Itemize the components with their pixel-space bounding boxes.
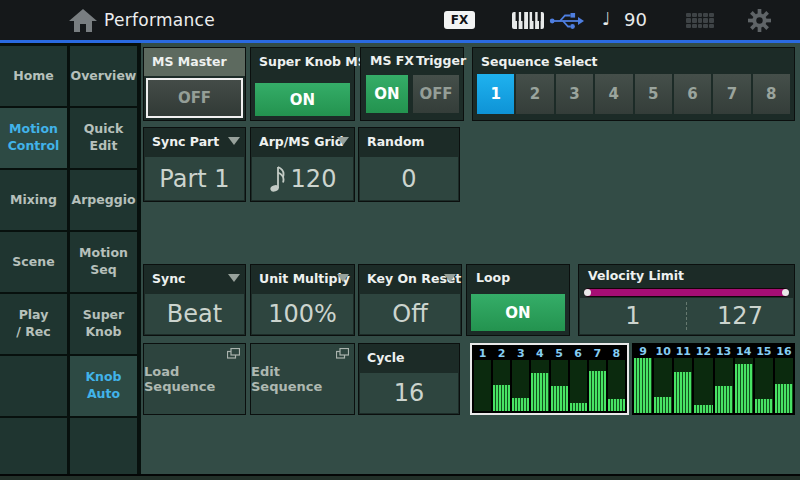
dropdown-arrow-icon[interactable] — [444, 274, 456, 282]
step-number: 3 — [512, 347, 529, 360]
sequence-select-button-3[interactable]: 3 — [556, 74, 593, 114]
slider-handle-high[interactable] — [782, 289, 789, 296]
step-number: 14 — [735, 345, 753, 358]
sync-part-value[interactable]: Part 1 — [145, 157, 244, 200]
sequence-select-button-7[interactable]: 7 — [713, 74, 750, 114]
home-icon[interactable] — [68, 8, 98, 33]
tempo-value[interactable]: 90 — [624, 9, 647, 30]
usb-icon — [549, 11, 585, 30]
popup-window-icon — [227, 348, 240, 359]
sequence-select-button-1[interactable]: 1 — [477, 74, 514, 114]
step-number: 13 — [715, 345, 733, 358]
load-sequence-button[interactable]: Load Sequence — [143, 343, 246, 415]
sidebar-item-home[interactable]: Home — [0, 46, 67, 106]
step-bar-track — [775, 358, 793, 413]
sync-part-box: Sync Part Part 1 — [143, 127, 246, 202]
velocity-limit-min[interactable]: 1 — [580, 298, 686, 334]
loop-toggle[interactable]: ON — [471, 294, 565, 331]
sidebar-empty-cell — [70, 418, 137, 474]
dropdown-arrow-icon[interactable] — [228, 274, 240, 282]
slider-handle-low[interactable] — [584, 289, 591, 296]
cycle-value[interactable]: 16 — [360, 373, 458, 413]
sequence-select-buttons: 12345678 — [477, 74, 790, 114]
edit-sequence-button[interactable]: Edit Sequence — [250, 343, 355, 415]
sidebar-item-quick-edit[interactable]: Quick Edit — [70, 108, 137, 168]
arp-ms-grid-box: Arp/MS Grid 120 — [250, 127, 355, 202]
sidebar-item-play-rec[interactable]: Play / Rec — [0, 294, 67, 354]
sync-value[interactable]: Beat — [145, 294, 244, 334]
sidebar-empty-cell — [0, 356, 67, 416]
step-bar — [735, 364, 753, 413]
key-on-reset-value[interactable]: Off — [360, 294, 460, 334]
step-bar-track — [551, 360, 568, 411]
step-graph-panel-1-8[interactable]: 12345678 — [470, 343, 629, 415]
step-bar-track — [755, 358, 773, 413]
step-number: 8 — [608, 347, 625, 360]
ms-master-toggle[interactable]: OFF — [146, 78, 243, 118]
sidebar-item-overview[interactable]: Overview — [70, 46, 137, 106]
step-bar — [589, 371, 606, 411]
seq-step-8: 8 — [608, 347, 625, 411]
sequence-select-button-5[interactable]: 5 — [635, 74, 672, 114]
step-bar — [775, 384, 793, 413]
step-bar — [608, 399, 625, 411]
step-bar-track — [512, 360, 529, 411]
step-bar — [493, 385, 510, 411]
sidebar-item-arpeggio[interactable]: Arpeggio — [70, 170, 137, 230]
step-bar-track — [674, 358, 692, 413]
seq-step-9: 9 — [634, 345, 652, 413]
step-number: 10 — [654, 345, 672, 358]
dropdown-arrow-icon[interactable] — [228, 137, 240, 145]
sequence-select-button-6[interactable]: 6 — [674, 74, 711, 114]
random-value[interactable]: 0 — [360, 157, 458, 200]
sidebar-item-mixing[interactable]: Mixing — [0, 170, 67, 230]
sequence-select-button-4[interactable]: 4 — [595, 74, 632, 114]
seq-step-7: 7 — [589, 347, 606, 411]
seq-step-14: 14 — [735, 345, 753, 413]
unit-multiply-value[interactable]: 100% — [252, 294, 353, 334]
sidebar-item-scene[interactable]: Scene — [0, 232, 67, 292]
sidebar-empty-cell — [0, 418, 67, 474]
sidebar-item-super-knob[interactable]: Super Knob — [70, 294, 137, 354]
unit-multiply-box: Unit Multiply 100% — [250, 264, 355, 336]
sidebar-item-motion-control[interactable]: Motion Control — [0, 108, 67, 168]
trigger-toggle[interactable]: OFF — [413, 75, 459, 113]
velocity-limit-max[interactable]: 127 — [687, 298, 793, 334]
step-bar — [512, 398, 529, 411]
sync-label: Sync — [152, 271, 185, 286]
step-bar-track — [735, 358, 753, 413]
sequence-select-button-2[interactable]: 2 — [516, 74, 553, 114]
step-bar — [715, 386, 733, 414]
sidebar-item-knob-auto[interactable]: Knob Auto — [70, 356, 137, 416]
grid-menu-icon[interactable] — [686, 13, 714, 28]
step-number: 12 — [694, 345, 712, 358]
seq-step-2: 2 — [493, 347, 510, 411]
velocity-limit-slider[interactable] — [584, 288, 789, 297]
step-bar — [755, 399, 773, 413]
step-number: 2 — [493, 347, 510, 360]
arp-ms-grid-value[interactable]: 120 — [252, 157, 353, 200]
step-bar-track — [694, 358, 712, 413]
seq-step-15: 15 — [755, 345, 773, 413]
quarter-note-icon[interactable]: ♩ — [602, 8, 611, 29]
step-bar — [654, 397, 672, 414]
dropdown-arrow-icon[interactable] — [337, 137, 349, 145]
step-bar-track — [474, 360, 491, 411]
step-graph-panel-9-16[interactable]: 910111213141516 — [632, 343, 795, 415]
sequence-select-button-8[interactable]: 8 — [753, 74, 790, 114]
seq-step-3: 3 — [512, 347, 529, 411]
step-bar-track — [570, 360, 587, 411]
step-number: 15 — [755, 345, 773, 358]
super-knob-ms-toggle[interactable]: ON — [255, 83, 350, 116]
sidebar-item-motion-seq[interactable]: Motion Seq — [70, 232, 137, 292]
step-bar — [531, 373, 548, 411]
top-status-bar: Performance FX — [0, 0, 800, 40]
dropdown-arrow-icon[interactable] — [337, 274, 349, 282]
keyboard-icon[interactable] — [512, 12, 544, 29]
ms-fx-label: MS FX — [370, 53, 414, 68]
settings-gear-icon[interactable] — [748, 9, 771, 32]
seq-step-13: 13 — [715, 345, 733, 413]
fx-badge[interactable]: FX — [444, 11, 475, 29]
step-bar-track — [589, 360, 606, 411]
ms-fx-toggle[interactable]: ON — [366, 75, 408, 113]
